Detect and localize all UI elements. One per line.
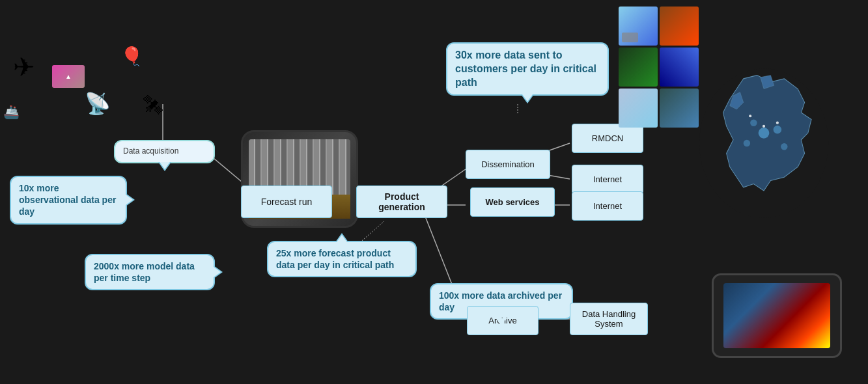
svg-point-15 [750, 119, 757, 126]
svg-point-21 [776, 122, 779, 124]
forecast-product-bubble: 25x more forecast product data per day i… [267, 241, 417, 277]
collage-item-4 [660, 48, 699, 87]
product-generation-box: Product generation [356, 185, 447, 218]
observation-sources: ✈ ▲ 🎈 🚢 📡 🛰 [0, 39, 202, 130]
svg-point-20 [763, 125, 765, 128]
internet-box-2: Internet [572, 191, 643, 221]
svg-point-17 [744, 140, 750, 146]
collage-item-5 [619, 89, 658, 128]
customers-bubble: 30x more data sent to customers per day … [446, 42, 609, 96]
image-collage [619, 7, 699, 128]
data-acquisition-bubble: Data acquisition [114, 140, 215, 163]
weather-screen [712, 273, 842, 358]
svg-point-18 [781, 143, 787, 150]
dish-icon: 📡 [85, 91, 111, 116]
internet-box-1: Internet [572, 165, 643, 194]
europe-map [695, 65, 832, 221]
collage-item-6 [660, 89, 699, 128]
balloon-icon: 🎈 [120, 46, 143, 67]
model-bubble: 2000x more model data per time step [85, 254, 215, 290]
collage-item-2 [660, 7, 699, 46]
svg-point-14 [759, 128, 770, 139]
collage-item-3 [619, 48, 658, 87]
svg-point-19 [749, 115, 751, 117]
rmdcn-box: RMDCN [572, 124, 643, 153]
collage-item-1 [619, 7, 658, 46]
satellite-icon: 🛰 [143, 94, 163, 117]
forecast-run-box: Forecast run [241, 185, 332, 218]
svg-point-16 [774, 126, 782, 134]
plane-icon: ✈ [13, 52, 35, 82]
kite-icon: ▲ [52, 65, 85, 88]
data-handling-box: Data Handling System [570, 303, 648, 335]
dissemination-box: Dissemination [466, 150, 550, 179]
ship-icon: 🚢 [3, 104, 20, 120]
observational-bubble: 10x more observational data per day [10, 176, 127, 225]
web-services-box: Web services [470, 187, 555, 217]
